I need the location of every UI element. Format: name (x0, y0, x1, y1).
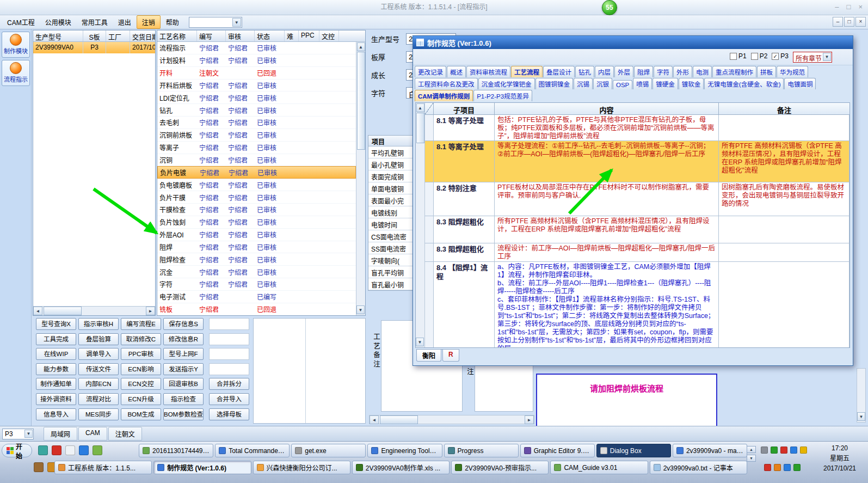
order-row[interactable]: 2V39909VA0P32017/10/ (33, 42, 155, 53)
action-button-调单导入[interactable]: 调单导入 (78, 348, 119, 360)
process-row[interactable]: 铣板宁绍君已回退 (157, 303, 356, 315)
action-button-ECN交控[interactable]: ECN交控 (121, 378, 161, 390)
action-button-在线WIP[interactable]: 在线WIP (36, 348, 76, 360)
spec-row[interactable]: 8.4 【阻焊1】流程a、内容：凡PTFE板材，非图镀铜镍金工艺，CAM必须额外… (425, 262, 849, 347)
menu-item-公用模块[interactable]: 公用模块 (40, 16, 76, 28)
spec-tab-无镍电镀金(含硬金、软金)[interactable]: 无镍电镀金(含硬金、软金) (704, 78, 784, 89)
menu-item-CAM工程[interactable]: CAM工程 (2, 16, 40, 28)
action-button-型号查询X[interactable]: 型号查询X (36, 318, 76, 330)
status-tab-局域网[interactable]: 局域网 (44, 427, 77, 441)
spec-tab-沉银[interactable]: 沉银 (593, 78, 612, 89)
rail-button-制作模块[interactable]: 制作模块 (2, 32, 30, 58)
action-button-型号上网F[interactable]: 型号上网F (163, 348, 204, 360)
scroll-thumb[interactable] (44, 307, 82, 315)
process-row[interactable]: 负片干膜宁绍君宁绍君已审核 (157, 191, 356, 204)
action-button-发送指示Y[interactable]: 发送指示Y (163, 363, 204, 375)
spec-tab-P1-P2-P3规范差异[interactable]: P1-P2-P3规范差异 (473, 90, 532, 101)
tray-expand-buttons[interactable]: ▲▼ (747, 446, 756, 462)
taskbar-item[interactable]: 工程系统 版本：1.1.5... (54, 461, 152, 474)
tray-icon-4[interactable] (790, 447, 797, 454)
tray-icon-6[interactable] (764, 464, 771, 471)
pet-app-icon[interactable] (34, 462, 44, 472)
scroll-thumb[interactable] (380, 415, 418, 424)
spec-tab-叠层设计[interactable]: 叠层设计 (543, 66, 575, 77)
spec-tab-沉锡[interactable]: 沉锡 (574, 78, 593, 89)
order-hscrollbar[interactable]: ◄ ► (33, 306, 155, 315)
process-column-header[interactable]: 难 (285, 30, 299, 41)
process-column-header[interactable]: 状态 (255, 30, 285, 41)
action-button-制作通知单[interactable]: 制作通知单 (36, 378, 76, 390)
scroll-down-icon[interactable]: ▼ (857, 412, 865, 421)
spec-tab-钻孔[interactable]: 钻孔 (575, 66, 594, 77)
tray-icon-8[interactable] (784, 464, 791, 471)
action-button-修改信息R[interactable]: 修改信息R (163, 333, 204, 345)
process-row[interactable]: 沉铜前烘板宁绍君宁绍君已审核 (157, 129, 356, 142)
spec-tab-资料审核流程[interactable]: 资料审核流程 (466, 66, 510, 77)
action-button-指示审核H[interactable]: 指示审核H (78, 318, 119, 330)
tray-icon-1[interactable] (761, 447, 768, 454)
action-button-流程对比[interactable]: 流程对比 (78, 393, 119, 405)
tray-icon-2[interactable] (771, 447, 778, 454)
process-row[interactable]: 负片蚀刻宁绍君宁绍君已审核 (157, 216, 356, 229)
close-icon[interactable]: × (858, 0, 863, 14)
tray-icon-5[interactable] (800, 447, 807, 454)
chevron-down-icon[interactable]: ▼ (24, 430, 33, 438)
taskbar-item[interactable]: 制作规范 (Ver:1.0.6) (153, 461, 251, 474)
spec-vscrollbar[interactable]: ▲ ▼ (416, 103, 425, 347)
scroll-thumb[interactable] (357, 52, 365, 150)
action-button-内部ECN[interactable]: 内部ECN (78, 378, 119, 390)
spec-tab-喷锡[interactable]: 喷锡 (633, 78, 652, 89)
tray-icon-7[interactable] (774, 464, 781, 471)
taskbar-item[interactable]: 2V39909VA0制作单.xls ... (352, 461, 450, 474)
scroll-up-icon[interactable]: ▲ (357, 42, 365, 51)
checkbox-P3[interactable]: ✓P3 (772, 52, 789, 60)
process-row[interactable]: 流程指示宁绍君宁绍君已审核 (157, 42, 356, 54)
spec-tab-镀硬金[interactable]: 镀硬金 (652, 78, 678, 89)
spec-tab-外层[interactable]: 外层 (614, 66, 633, 77)
minimize-icon[interactable]: – (833, 17, 843, 27)
scroll-left-icon[interactable]: ◄ (370, 415, 379, 424)
spec-tab-工程资料命名及更改[interactable]: 工程资料命名及更改 (415, 78, 478, 89)
spec-tab-CAM调单制作规则[interactable]: CAM调单制作规则 (415, 90, 473, 101)
taskbar-item[interactable]: Dialog Box (596, 444, 671, 457)
scroll-track[interactable] (418, 415, 525, 424)
process-row[interactable]: 沉铜宁绍君宁绍君已审核 (157, 154, 356, 167)
right-vscrollbar[interactable]: ▼ (857, 368, 866, 423)
spec-tab-内层[interactable]: 内层 (595, 66, 614, 77)
action-button-叠层验算[interactable]: 叠层验算 (78, 333, 119, 345)
menu-combobox[interactable]: ▼ (189, 17, 242, 28)
spec-sheet-tab-R[interactable]: R (442, 350, 459, 362)
rail-button-流程指示[interactable]: 流程指示 (2, 60, 30, 86)
action-button-BOM参数检查[interactable]: BOM参数检查 (163, 408, 204, 420)
taskbar-item[interactable]: 2V39909VA0-预审指示... (451, 461, 549, 474)
checkbox-P1[interactable]: P1 (730, 52, 747, 60)
chevron-down-icon[interactable]: ▼ (823, 53, 831, 61)
action-button-指示检查[interactable]: 指示检查 (163, 393, 204, 405)
spec-tab-工艺流程[interactable]: 工艺流程 (511, 66, 543, 77)
start-button[interactable]: 开始 (2, 444, 32, 457)
menu-item-注销[interactable]: 注销 (137, 15, 161, 29)
process-row[interactable]: 负片电镀宁绍君宁绍君已审核 (157, 166, 356, 179)
process-row[interactable]: 干膜检查宁绍君宁绍君已审核 (157, 204, 356, 216)
action-button-回退审核B[interactable]: 回退审核B (163, 378, 204, 390)
process-row[interactable]: 沉金宁绍君宁绍君已审核 (157, 266, 356, 278)
taskbar-item[interactable]: 2v39909va0 - main_qa (673, 444, 747, 457)
action-button-BOM生成[interactable]: BOM生成 (121, 408, 161, 420)
process-row[interactable]: 开料注朝文已回退 (157, 67, 356, 80)
spec-tab-华为规范[interactable]: 华为规范 (777, 66, 808, 77)
spec-tab-字符[interactable]: 字符 (654, 66, 673, 77)
taskbar-item[interactable]: 兴森快捷衡阳分公司订... (253, 461, 350, 474)
spec-tab-电镀面铜[interactable]: 电镀面铜 (784, 78, 816, 89)
menu-item-帮助[interactable]: 帮助 (161, 16, 184, 28)
tray-icon-3[interactable] (780, 447, 787, 454)
process-column-header[interactable]: 编写 (197, 30, 226, 41)
process-column-header[interactable]: 审核 (226, 30, 255, 41)
spec-row[interactable]: 8.2 特别注意PTFE板材以及局部混压中存在PTFE材料时不可以制作树脂塞孔，… (425, 182, 849, 216)
taskbar-item[interactable]: Total Commander 7.... (215, 444, 290, 457)
menu-item-常用工具[interactable]: 常用工具 (77, 16, 113, 28)
action-button-工具完成[interactable]: 工具完成 (36, 333, 76, 345)
process-row[interactable]: 计划投料宁绍君宁绍君已审核 (157, 54, 356, 67)
action-button-能力参数[interactable]: 能力参数 (36, 363, 76, 375)
spec-row[interactable]: 8.3 阻焊超粗化流程设计：前工序—AOI—阻焊前烘板—阻焊超粗化—阻焊塞孔/阻… (425, 243, 849, 262)
process-row[interactable]: 去毛刺宁绍君宁绍君已审核 (157, 117, 356, 129)
